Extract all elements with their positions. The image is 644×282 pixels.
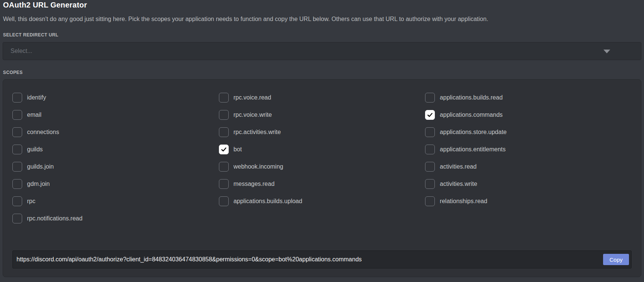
scope-checkbox-item[interactable]: activities.read bbox=[425, 162, 632, 172]
redirect-url-label: SELECT REDIRECT URL bbox=[3, 32, 641, 38]
scope-checkbox-item[interactable]: rpc.voice.read bbox=[219, 93, 425, 103]
select-placeholder: Select... bbox=[11, 48, 32, 54]
scope-label: rpc bbox=[27, 198, 35, 205]
scope-checkbox-item[interactable]: applications.store.update bbox=[425, 127, 632, 137]
scope-column: applications.builds.read applications.co… bbox=[425, 93, 632, 231]
checkmark-icon bbox=[221, 146, 227, 152]
scope-label: connections bbox=[27, 129, 59, 136]
scope-label: rpc.notifications.read bbox=[27, 215, 83, 222]
scopes-panel: identify email connections guilds guilds bbox=[3, 79, 641, 277]
scope-checkbox-item[interactable]: rpc.activities.write bbox=[219, 127, 425, 137]
scope-checkbox-item[interactable]: identify bbox=[12, 93, 219, 103]
scope-checkbox-item[interactable]: gdm.join bbox=[12, 179, 219, 189]
scope-checkbox-item[interactable]: applications.entitlements bbox=[425, 145, 632, 154]
scope-checkbox[interactable] bbox=[219, 196, 229, 206]
chevron-down-icon bbox=[603, 50, 610, 53]
scope-checkbox[interactable] bbox=[12, 162, 22, 172]
page-description: Well, this doesn't do any good just sitt… bbox=[3, 16, 641, 23]
scope-checkbox[interactable] bbox=[219, 179, 229, 189]
scope-checkbox[interactable] bbox=[12, 145, 22, 154]
scope-checkbox[interactable] bbox=[425, 162, 435, 172]
scope-checkbox[interactable] bbox=[12, 214, 22, 223]
scope-label: activities.read bbox=[440, 163, 477, 170]
scope-checkbox[interactable] bbox=[219, 127, 229, 137]
scope-checkbox[interactable] bbox=[12, 196, 22, 206]
scope-checkbox-item[interactable]: applications.builds.upload bbox=[219, 196, 425, 206]
scope-label: applications.commands bbox=[440, 112, 502, 118]
scope-label: applications.builds.read bbox=[440, 94, 502, 101]
scope-checkbox-item[interactable]: rpc.voice.write bbox=[219, 110, 425, 120]
scopes-grid: identify email connections guilds guilds bbox=[12, 93, 632, 231]
scope-label: rpc.voice.read bbox=[234, 94, 271, 101]
page-title: OAuth2 URL Generator bbox=[3, 1, 641, 9]
scope-label: identify bbox=[27, 94, 46, 101]
scope-label: rpc.voice.write bbox=[234, 112, 272, 118]
scope-column: rpc.voice.read rpc.voice.write rpc.activ… bbox=[219, 93, 425, 231]
scope-label: relationships.read bbox=[440, 198, 487, 205]
scope-checkbox[interactable] bbox=[425, 145, 435, 154]
scope-checkbox-item[interactable]: guilds bbox=[12, 145, 219, 154]
scope-checkbox[interactable] bbox=[425, 196, 435, 206]
scope-label: bot bbox=[234, 146, 242, 153]
scope-checkbox-item[interactable]: bot bbox=[219, 145, 425, 154]
scope-checkbox[interactable] bbox=[12, 110, 22, 120]
scope-checkbox-item[interactable]: rpc bbox=[12, 196, 219, 206]
scope-checkbox[interactable] bbox=[425, 179, 435, 189]
scope-checkbox[interactable] bbox=[425, 93, 435, 103]
scope-checkbox-item[interactable]: activities.write bbox=[425, 179, 632, 189]
scope-checkbox-item[interactable]: connections bbox=[12, 127, 219, 137]
scope-checkbox-item[interactable]: messages.read bbox=[219, 179, 425, 189]
oauth2-url-generator-page: OAuth2 URL Generator Well, this doesn't … bbox=[0, 0, 644, 277]
generated-url-input[interactable] bbox=[13, 251, 603, 268]
scope-label: gdm.join bbox=[27, 181, 50, 187]
scope-label: rpc.activities.write bbox=[234, 129, 281, 136]
checkmark-icon bbox=[427, 112, 433, 118]
scope-checkbox[interactable] bbox=[425, 127, 435, 137]
scope-label: messages.read bbox=[234, 181, 274, 187]
scope-label: guilds bbox=[27, 146, 43, 153]
scope-checkbox[interactable] bbox=[12, 127, 22, 137]
generated-url-bar: Copy bbox=[12, 250, 632, 268]
scope-column: identify email connections guilds guilds bbox=[12, 93, 219, 231]
scope-checkbox-item[interactable]: applications.commands bbox=[425, 110, 632, 120]
copy-button[interactable]: Copy bbox=[603, 254, 629, 265]
scope-checkbox-item[interactable]: webhook.incoming bbox=[219, 162, 425, 172]
scope-checkbox-item[interactable]: relationships.read bbox=[425, 196, 632, 206]
scope-label: activities.write bbox=[440, 181, 477, 187]
scope-label: applications.entitlements bbox=[440, 146, 505, 153]
scopes-label: SCOPES bbox=[3, 70, 641, 75]
scope-label: webhook.incoming bbox=[234, 163, 284, 170]
scope-checkbox[interactable] bbox=[12, 179, 22, 189]
scope-label: email bbox=[27, 112, 41, 118]
scope-label: guilds.join bbox=[27, 163, 54, 170]
scope-checkbox-item[interactable]: applications.builds.read bbox=[425, 93, 632, 103]
scope-checkbox[interactable] bbox=[219, 145, 229, 154]
scope-checkbox[interactable] bbox=[219, 110, 229, 120]
scope-checkbox[interactable] bbox=[425, 110, 435, 120]
scope-checkbox-item[interactable]: email bbox=[12, 110, 219, 120]
scope-checkbox-item[interactable]: rpc.notifications.read bbox=[12, 214, 219, 223]
scope-checkbox-item[interactable]: guilds.join bbox=[12, 162, 219, 172]
scope-checkbox[interactable] bbox=[219, 162, 229, 172]
scope-checkbox[interactable] bbox=[219, 93, 229, 103]
redirect-url-select[interactable]: Select... bbox=[3, 42, 641, 60]
scope-label: applications.store.update bbox=[440, 129, 507, 136]
scope-label: applications.builds.upload bbox=[234, 198, 302, 205]
scope-checkbox[interactable] bbox=[12, 93, 22, 103]
